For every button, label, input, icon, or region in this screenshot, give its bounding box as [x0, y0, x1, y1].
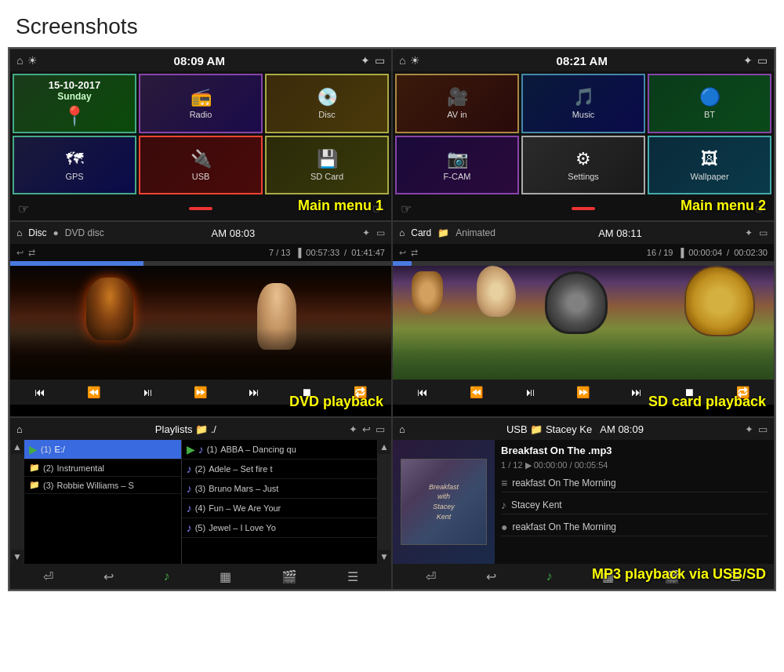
settings-icon-dvd[interactable]: ✦: [362, 227, 370, 238]
brightness-icon-2[interactable]: ☀: [410, 54, 420, 67]
mp3-artist: Stacey Kent: [511, 499, 562, 510]
track-title-4: Fun – We Are Your: [209, 503, 281, 513]
mp3-album-art-area: BreakfastwithStaceyKent: [393, 440, 495, 564]
brightness-icon[interactable]: ☀: [27, 54, 38, 67]
wallpaper-label: Wallpaper: [690, 172, 728, 181]
disc-label: Disc: [318, 110, 335, 119]
home-icon-2[interactable]: ⌂: [399, 54, 405, 67]
menu-cell-radio[interactable]: 📻 Radio: [139, 74, 263, 133]
menu-cell-avin[interactable]: 🎥 AV in: [395, 74, 519, 133]
animal-1: [412, 271, 443, 314]
sd-track-num: 16 / 19: [647, 248, 673, 257]
fcam-label: F-CAM: [444, 172, 471, 181]
back-icon-pl[interactable]: ↩: [362, 423, 371, 435]
monitor-icon-sd[interactable]: ▭: [759, 227, 768, 238]
folder-num-1: (1): [41, 445, 51, 454]
next-chapter-btn-sd[interactable]: ⏭: [628, 386, 645, 398]
sd-elapsed: 00:00:04: [688, 248, 722, 257]
bt-icon: 🔵: [699, 87, 720, 107]
play-icon-1: ▶: [187, 443, 195, 456]
prev-chapter-btn[interactable]: ⏮: [31, 386, 49, 398]
menu-cell-usb[interactable]: 🔌 USB: [139, 136, 263, 195]
home-icon-sd[interactable]: ⌂: [399, 227, 405, 238]
nav-icon-photo[interactable]: ▦: [220, 569, 231, 584]
nav-icon-menu[interactable]: ☰: [347, 569, 358, 584]
monitor-icon-dvd[interactable]: ▭: [376, 227, 385, 238]
location-icon: 📍: [63, 105, 86, 127]
menu-cell-fcam[interactable]: 📷 F-CAM: [395, 136, 519, 195]
scroll-up-left[interactable]: ▲: [11, 440, 24, 454]
settings-icon-pl[interactable]: ✦: [349, 423, 358, 435]
next-btn-sd[interactable]: ⏩: [573, 386, 593, 398]
playlist-right-items: ▶ ♪ (1) ABBA – Dancing qu ♪ (2) Adele – …: [182, 440, 377, 564]
nav-icon-2[interactable]: ↩: [103, 569, 114, 584]
playlist-folder-1[interactable]: ▶ (1) E:/: [24, 440, 181, 460]
monitor-icon-2[interactable]: ▭: [757, 54, 768, 67]
menu-cell-date[interactable]: 15-10-2017 Sunday 📍: [13, 74, 136, 133]
scroll-up-right[interactable]: ▲: [378, 440, 390, 454]
track-item-4[interactable]: ♪ (4) Fun – We Are Your: [182, 499, 377, 518]
track-item-1[interactable]: ▶ ♪ (1) ABBA – Dancing qu: [182, 440, 377, 460]
screen-mp3: ⌂ USB 📁 Stacey Ke AM 08:09 ✦ ▭ Breakfast…: [392, 417, 775, 590]
settings-icon-2[interactable]: ✦: [743, 54, 753, 67]
play-pause-btn[interactable]: ⏯: [139, 386, 156, 398]
mp3-nav-icon-music[interactable]: ♪: [546, 569, 553, 583]
topbar-left-icons: ⌂ ☀: [16, 54, 38, 67]
home-icon-pl[interactable]: ⌂: [16, 423, 23, 435]
mp3-song-title: Breakfast On The .mp3: [501, 445, 768, 456]
menu-cell-sd[interactable]: 💾 SD Card: [265, 136, 389, 195]
menu-cell-gps[interactable]: 🗺 GPS: [13, 136, 136, 195]
next-chapter-btn[interactable]: ⏭: [245, 386, 263, 398]
page-title: Screenshots: [0, 0, 784, 47]
monitor-icon-pl[interactable]: ▭: [376, 423, 385, 435]
dvd-track-num: 7 / 13: [269, 248, 291, 257]
play-pause-btn-sd[interactable]: ⏯: [521, 386, 539, 398]
monitor-icon-mp3[interactable]: ▭: [758, 423, 768, 435]
mp3-album-row: ● reakfast On The Morning: [501, 518, 768, 536]
mp3-nav-icon-2[interactable]: ↩: [486, 569, 496, 584]
menu-cell-music[interactable]: 🎵 Music: [521, 74, 645, 133]
album-art-image: BreakfastwithStaceyKent: [401, 459, 487, 545]
home-icon[interactable]: ⌂: [16, 54, 23, 67]
dvd-repeat-icon: ↩: [16, 248, 24, 258]
sd-time-display: AM 08:11: [598, 227, 642, 239]
scroll-down-left[interactable]: ▼: [11, 550, 24, 564]
nav-icon-music[interactable]: ♪: [164, 569, 170, 583]
prev-chapter-btn-sd[interactable]: ⏮: [414, 386, 431, 398]
menu-cell-settings[interactable]: ⚙ Settings: [521, 136, 645, 195]
menu-cell-bt[interactable]: 🔵 BT: [648, 74, 771, 133]
track-item-5[interactable]: ♪ (5) Jewel – I Love Yo: [182, 518, 377, 538]
sd-video-area: [393, 266, 774, 380]
artist-icon: ♪: [501, 499, 506, 511]
disc-source-label: Disc: [28, 227, 46, 238]
screen-dvd: ⌂ Disc ● DVD disc AM 08:03 ✦ ▭ ↩ ⇄ 7 / 1…: [9, 221, 392, 417]
next-btn[interactable]: ⏩: [191, 386, 210, 398]
scroll-down-right[interactable]: ▼: [378, 550, 390, 564]
prev-btn[interactable]: ⏪: [84, 386, 103, 398]
prev-arrow-2[interactable]: ☞: [401, 202, 412, 216]
playlist-folder-2[interactable]: 📁 (2) Instrumental: [24, 460, 181, 477]
settings-icon-mp3[interactable]: ✦: [745, 423, 753, 435]
disc-type-label: DVD disc: [65, 227, 104, 238]
settings-icon-sd[interactable]: ✦: [745, 227, 753, 238]
menu-cell-disc[interactable]: 💿 Disc: [265, 74, 389, 133]
disc-type-icon: ●: [53, 227, 59, 238]
settings-icon[interactable]: ✦: [361, 54, 370, 67]
wallpaper-icon: 🖼: [701, 149, 718, 169]
nav-icon-video[interactable]: 🎬: [281, 569, 297, 584]
track-item-3[interactable]: ♪ (3) Bruno Mars – Just: [182, 479, 377, 499]
home-icon-dvd[interactable]: ⌂: [16, 227, 22, 238]
sd-topbar: ⌂ Card 📁 Animated AM 08:11 ✦ ▭: [393, 222, 774, 244]
avin-icon: 🎥: [447, 87, 468, 107]
mp3-nav-icon-1[interactable]: ⏎: [426, 569, 436, 584]
track-title-5: Jewel – I Love Yo: [209, 523, 276, 532]
prev-btn-sd[interactable]: ⏪: [466, 386, 486, 398]
dvd-total: 01:41:47: [351, 248, 385, 257]
monitor-icon[interactable]: ▭: [375, 54, 385, 67]
home-icon-mp3[interactable]: ⌂: [399, 423, 405, 435]
menu-cell-wallpaper[interactable]: 🖼 Wallpaper: [648, 136, 771, 195]
track-item-2[interactable]: ♪ (2) Adele – Set fire t: [182, 460, 377, 479]
playlist-folder-3[interactable]: 📁 (3) Robbie Williams – S: [24, 477, 181, 494]
nav-icon-1[interactable]: ⏎: [43, 569, 53, 584]
prev-arrow-1[interactable]: ☞: [18, 202, 29, 216]
